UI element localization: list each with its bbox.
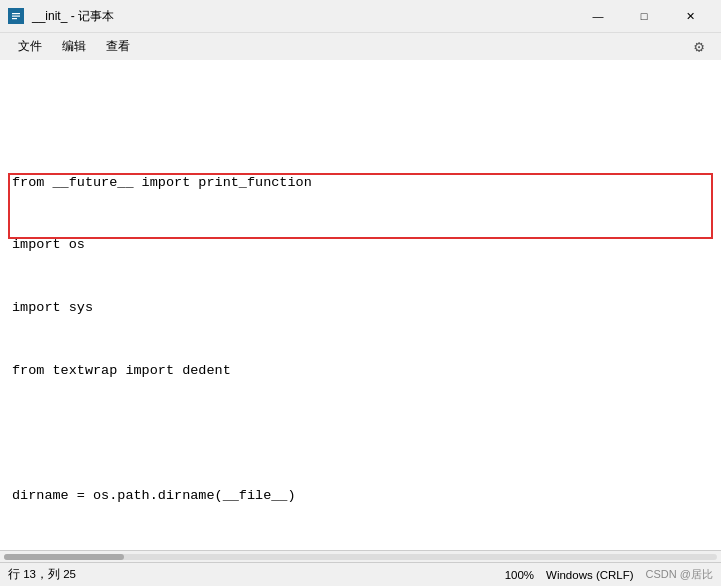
scrollbar-thumb[interactable] [4,554,124,560]
code-line-1: from __future__ import print_function [12,173,709,194]
zoom-level: 100% [505,569,534,581]
horizontal-scrollbar[interactable] [0,550,721,562]
code-line-2: import os [12,235,709,256]
editor: from __future__ import print_function im… [0,60,721,562]
code-line-4: from textwrap import dedent [12,361,709,382]
code-line-7: plugin_path = os.path.join(dirname, 'plu… [12,549,709,550]
statusbar-right: 100% Windows (CRLF) CSDN @居比 [505,567,713,582]
app-icon [8,8,24,24]
minimize-button[interactable]: — [575,0,621,32]
menu-file[interactable]: 文件 [8,34,52,59]
code-line-5 [12,424,709,445]
code-content[interactable]: from __future__ import print_function im… [0,60,721,550]
menu-view[interactable]: 查看 [96,34,140,59]
window-title: __init_ - 记事本 [32,8,575,25]
close-button[interactable]: ✕ [667,0,713,32]
svg-rect-3 [12,18,17,19]
code-line-3: import sys [12,298,709,319]
titlebar: __init_ - 记事本 — □ ✕ [0,0,721,32]
window-controls: — □ ✕ [575,0,713,32]
statusbar: 行 13，列 25 100% Windows (CRLF) CSDN @居比 [0,562,721,586]
svg-rect-2 [12,16,20,17]
menubar: 文件 编辑 查看 ⚙ [0,32,721,60]
scrollbar-track [4,554,717,560]
watermark-text: CSDN @居比 [646,567,713,582]
settings-icon[interactable]: ⚙ [685,33,713,61]
code-line-6: dirname = os.path.dirname(__file__) [12,486,709,507]
statusbar-left: 行 13，列 25 [8,567,493,582]
menu-edit[interactable]: 编辑 [52,34,96,59]
svg-rect-1 [12,13,20,14]
maximize-button[interactable]: □ [621,0,667,32]
cursor-position: 行 13，列 25 [8,567,76,582]
line-ending: Windows (CRLF) [546,569,634,581]
